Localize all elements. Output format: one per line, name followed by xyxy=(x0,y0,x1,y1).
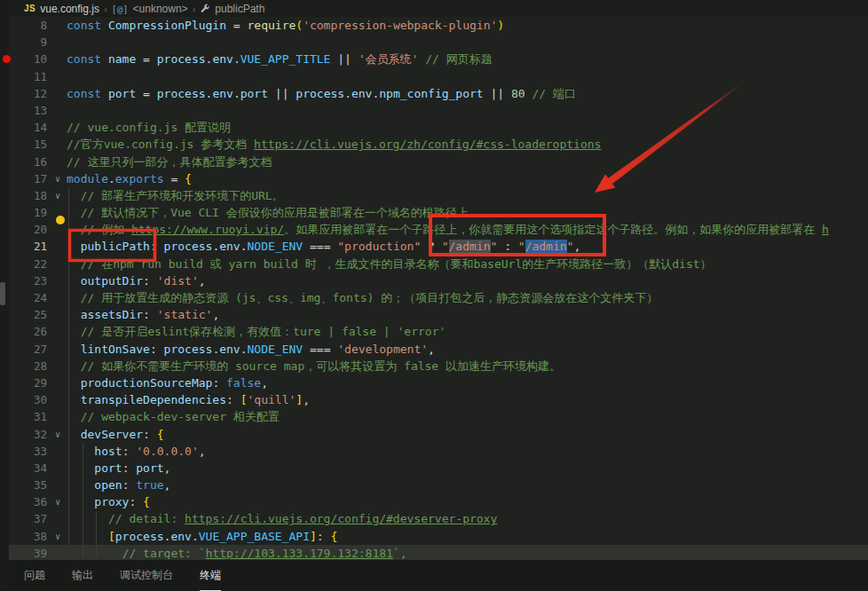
code-line-25[interactable]: 25 assetsDir: 'static', xyxy=(9,306,868,323)
panel-tab-debug-console[interactable]: 调试控制台 xyxy=(120,560,173,591)
line-number[interactable]: 37 xyxy=(9,510,49,527)
line-number[interactable]: 11 xyxy=(9,68,49,85)
fold-gutter xyxy=(49,460,67,477)
code-line-27[interactable]: 27 lintOnSave: process.env.NODE_ENV === … xyxy=(9,341,868,358)
panel-tab-terminal[interactable]: 终端 xyxy=(200,560,221,591)
code-line-34[interactable]: 34 port: port, xyxy=(9,460,868,477)
line-number[interactable]: 18 xyxy=(9,187,49,204)
line-number[interactable]: 13 xyxy=(9,102,49,119)
indent-guide xyxy=(68,187,69,545)
line-number[interactable]: 14 xyxy=(9,119,49,136)
javascript-file-icon: JS xyxy=(24,4,36,13)
code-text: host: '0.0.0.0', xyxy=(67,443,206,460)
code-line-8[interactable]: 8const CompressionPlugin = require('comp… xyxy=(9,17,868,34)
code-editor[interactable]: 8const CompressionPlugin = require('comp… xyxy=(9,17,868,563)
fold-gutter xyxy=(49,272,67,289)
code-line-32[interactable]: 32∨ devServer: { xyxy=(9,426,868,443)
code-line-15[interactable]: 15//官方vue.config.js 参考文档 https://cli.vue… xyxy=(9,136,868,153)
line-number[interactable]: 15 xyxy=(9,136,49,153)
code-line-36[interactable]: 36∨ proxy: { xyxy=(9,493,868,510)
fold-chevron-icon[interactable]: ∨ xyxy=(49,426,67,443)
code-line-31[interactable]: 31 // webpack-dev-server 相关配置 xyxy=(9,408,868,425)
line-number[interactable]: 12 xyxy=(9,85,49,102)
fold-chevron-icon[interactable]: ∨ xyxy=(49,528,67,545)
line-number[interactable]: 20 xyxy=(9,221,49,238)
code-line-11[interactable]: 11 xyxy=(9,68,868,85)
breakpoint-icon[interactable] xyxy=(3,55,11,63)
code-line-14[interactable]: 14// vue.config.js 配置说明 xyxy=(9,119,868,136)
line-number[interactable]: 17 xyxy=(9,170,49,187)
code-text: // 在npm run build 或 yarn build 时 ，生成文件的目… xyxy=(67,256,712,272)
line-number[interactable]: 26 xyxy=(9,323,49,340)
code-line-29[interactable]: 29 productionSourceMap: false, xyxy=(9,374,868,391)
line-number[interactable]: 33 xyxy=(9,443,49,460)
line-number[interactable]: 31 xyxy=(9,408,49,425)
code-line-38[interactable]: 38∨ [process.env.VUE_APP_BASE_API]: { xyxy=(9,528,868,545)
code-line-12[interactable]: 12const port = process.env.port || proce… xyxy=(9,85,868,102)
code-line-22[interactable]: 22 // 在npm run build 或 yarn build 时 ，生成文… xyxy=(9,256,868,272)
fold-chevron-icon[interactable]: ∨ xyxy=(49,187,67,204)
fold-gutter xyxy=(49,358,67,374)
code-text: outputDir: 'dist', xyxy=(67,272,206,289)
code-line-26[interactable]: 26 // 是否开启eslint保存检测，有效值：ture | false | … xyxy=(9,323,868,340)
code-line-16[interactable]: 16// 这里只列一部分，具体配置参考文档 xyxy=(9,154,868,170)
code-line-23[interactable]: 23 outputDir: 'dist', xyxy=(9,272,868,289)
line-number[interactable]: 19 xyxy=(9,204,49,221)
code-line-9[interactable]: 9 xyxy=(9,34,868,51)
code-line-20[interactable]: 20 // 例如 https://www.ruoyi.vip/。如果应用被部署在… xyxy=(9,221,868,238)
line-number[interactable]: 36 xyxy=(9,493,49,510)
code-line-18[interactable]: 18∨ // 部署生产环境和开发环境下的URL。 xyxy=(9,187,868,204)
line-number[interactable]: 8 xyxy=(9,17,49,34)
line-number[interactable]: 22 xyxy=(9,256,49,272)
code-line-17[interactable]: 17∨module.exports = { xyxy=(9,170,868,187)
line-number[interactable]: 32 xyxy=(9,426,49,443)
line-number[interactable]: 38 xyxy=(9,528,49,545)
code-line-28[interactable]: 28 // 如果你不需要生产环境的 source map，可以将其设置为 fal… xyxy=(9,358,868,374)
panel-tab-output[interactable]: 输出 xyxy=(72,560,93,591)
line-number[interactable]: 29 xyxy=(9,374,49,391)
line-number[interactable]: 10 xyxy=(9,51,49,67)
bookmark-icon[interactable] xyxy=(56,216,65,225)
scroll-decoration[interactable] xyxy=(0,282,5,305)
fold-gutter xyxy=(49,341,67,358)
fold-gutter xyxy=(49,443,67,460)
line-number[interactable]: 27 xyxy=(9,341,49,358)
code-line-10[interactable]: 10const name = process.env.VUE_APP_TITLE… xyxy=(9,51,868,67)
code-line-19[interactable]: 19 // 默认情况下，Vue CLI 会假设你的应用是被部署在一个域名的根路径… xyxy=(9,204,868,221)
code-text: // vue.config.js 配置说明 xyxy=(67,119,231,136)
code-text: publicPath: process.env.NODE_ENV === "pr… xyxy=(67,238,580,255)
code-text: // detail: https://cli.vuejs.org/config/… xyxy=(67,510,497,527)
breadcrumb-file[interactable]: vue.config.js xyxy=(40,3,99,15)
code-text: const CompressionPlugin = require('compr… xyxy=(67,17,504,34)
line-number[interactable]: 23 xyxy=(9,272,49,289)
fold-gutter xyxy=(49,374,67,391)
line-number[interactable]: 16 xyxy=(9,154,49,170)
line-number[interactable]: 35 xyxy=(9,477,49,493)
line-number[interactable]: 28 xyxy=(9,358,49,374)
fold-chevron-icon[interactable]: ∨ xyxy=(49,493,67,510)
line-number[interactable]: 21 xyxy=(9,238,49,255)
code-line-37[interactable]: 37 // detail: https://cli.vuejs.org/conf… xyxy=(9,510,868,527)
code-text: const port = process.env.port || process… xyxy=(67,85,576,102)
fold-gutter xyxy=(49,51,67,67)
wrench-icon xyxy=(200,4,210,14)
breadcrumb: JS vue.config.js › [@] <unknown> › publi… xyxy=(9,0,868,17)
panel-tab-problems[interactable]: 问题 xyxy=(24,560,45,591)
code-line-21[interactable]: 21 publicPath: process.env.NODE_ENV === … xyxy=(9,238,868,255)
code-line-30[interactable]: 30 transpileDependencies: ['quill'], xyxy=(9,391,868,408)
fold-gutter xyxy=(49,306,67,323)
fold-chevron-icon[interactable]: ∨ xyxy=(49,170,67,187)
line-number[interactable]: 25 xyxy=(9,306,49,323)
code-line-35[interactable]: 35 open: true, xyxy=(9,477,868,493)
line-number[interactable]: 34 xyxy=(9,460,49,477)
code-text: devServer: { xyxy=(67,426,164,443)
line-number[interactable]: 9 xyxy=(9,34,49,51)
line-number[interactable]: 24 xyxy=(9,289,49,306)
code-lines: 8const CompressionPlugin = require('comp… xyxy=(9,17,868,562)
code-line-33[interactable]: 33 host: '0.0.0.0', xyxy=(9,443,868,460)
breadcrumb-symbol-container[interactable]: <unknown> xyxy=(133,3,188,15)
code-line-13[interactable]: 13 xyxy=(9,102,868,119)
line-number[interactable]: 30 xyxy=(9,391,49,408)
breadcrumb-symbol[interactable]: publicPath xyxy=(215,3,264,15)
code-line-24[interactable]: 24 // 用于放置生成的静态资源 (js、css、img、fonts) 的；（… xyxy=(9,289,868,306)
